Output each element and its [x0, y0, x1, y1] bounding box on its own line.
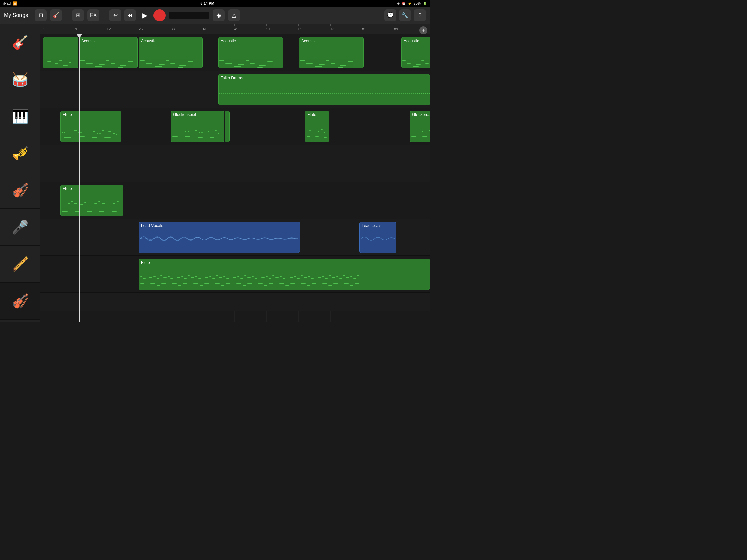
midi-pattern	[218, 82, 430, 105]
track-instrument-strings[interactable]: 🎻	[0, 172, 40, 209]
svg-rect-27	[118, 67, 123, 68]
chat-button[interactable]: 💬	[384, 9, 396, 22]
strings-flute-block[interactable]: Flute	[60, 185, 123, 216]
loop-button[interactable]: △	[228, 9, 240, 22]
svg-rect-353	[318, 277, 321, 278]
glocken-block-2[interactable]: Glocken...	[410, 111, 430, 142]
svg-rect-266	[429, 130, 430, 131]
svg-rect-106	[252, 93, 253, 94]
flute-wide-block[interactable]: Flute	[139, 259, 430, 290]
svg-rect-389	[269, 283, 274, 284]
block-label: Acoustic	[139, 37, 202, 45]
acoustic-block-1[interactable]: Acoustic	[79, 37, 138, 69]
svg-rect-245	[198, 137, 203, 138]
svg-rect-328	[230, 275, 232, 275]
undo-button[interactable]: ↩	[109, 9, 121, 22]
svg-rect-346	[294, 276, 296, 277]
svg-rect-35	[170, 63, 175, 64]
guitar-button[interactable]: 🎸	[50, 9, 62, 22]
svg-rect-307	[156, 278, 159, 279]
svg-rect-10	[57, 68, 63, 69]
svg-rect-330	[237, 276, 239, 277]
svg-rect-343	[283, 278, 285, 279]
midi-pattern	[61, 192, 123, 216]
track-instrument-keyboard[interactable]: 🎹	[0, 98, 40, 135]
track-row-strings2	[40, 293, 430, 311]
svg-rect-255	[324, 132, 326, 133]
add-track-button[interactable]: +	[419, 26, 427, 34]
rewind-button[interactable]: ⏮	[124, 9, 136, 22]
svg-rect-95	[229, 93, 230, 94]
track-instrument-brass[interactable]: 🎺	[0, 135, 40, 172]
track-instrument-strings2[interactable]: 🎻	[0, 283, 40, 320]
acoustic-guitar-icon: 🎸	[8, 31, 32, 54]
flute-block-1[interactable]: Flute	[60, 111, 121, 142]
acoustic-block-0[interactable]: ...	[43, 37, 78, 69]
svg-rect-228	[178, 128, 181, 128]
track-instrument-acoustic[interactable]: 🎸	[0, 24, 40, 61]
svg-rect-401	[333, 283, 338, 284]
svg-rect-31	[146, 63, 153, 64]
ruler-mark-81: 81	[362, 27, 366, 31]
svg-rect-347	[297, 278, 300, 279]
fx-button[interactable]: FX	[87, 9, 99, 22]
tempo-display[interactable]	[169, 12, 209, 19]
svg-rect-39	[140, 68, 147, 69]
ruler-mark-57: 57	[266, 27, 271, 31]
mixer-button[interactable]: ⊞	[72, 9, 84, 22]
flute-block-2[interactable]: Flute	[305, 111, 329, 142]
svg-rect-13	[80, 60, 85, 61]
glockenspiel-block-1[interactable]: Glockenspiel	[171, 111, 224, 142]
svg-rect-263	[418, 130, 420, 130]
midi-pattern	[171, 118, 224, 142]
track-instrument-vocal[interactable]: 🎤	[0, 209, 40, 246]
svg-rect-242	[179, 138, 183, 138]
svg-rect-52	[250, 63, 255, 64]
svg-rect-237	[208, 131, 209, 132]
svg-rect-16	[99, 64, 105, 65]
svg-rect-313	[177, 277, 180, 278]
track-instrument-taiko[interactable]: 🥁	[0, 61, 40, 98]
flute-icon: 🪈	[8, 252, 32, 276]
track-instrument-flute[interactable]: 🪈	[0, 246, 40, 283]
svg-rect-355	[325, 278, 328, 279]
help-button[interactable]: ?	[414, 9, 426, 22]
taiko-drums-icon: 🥁	[8, 68, 32, 91]
acoustic-block-5[interactable]: Acoustic	[402, 37, 430, 69]
svg-rect-400	[329, 285, 332, 286]
lead-vocals-block-2[interactable]: Lead...cals	[359, 221, 396, 253]
svg-rect-404	[350, 285, 353, 286]
acoustic-block-3[interactable]: Acoustic	[218, 37, 283, 69]
svg-rect-156	[352, 93, 353, 94]
svg-rect-96	[231, 93, 232, 94]
svg-rect-231	[188, 131, 189, 132]
svg-rect-134	[308, 93, 309, 94]
taiko-block-0[interactable]: Taiko Drums	[218, 74, 430, 105]
acoustic-block-4[interactable]: Acoustic	[299, 37, 364, 69]
svg-rect-278	[68, 204, 70, 204]
settings-button[interactable]: 🔧	[399, 9, 411, 22]
svg-rect-20	[120, 65, 126, 66]
small-block-1[interactable]	[225, 111, 230, 142]
svg-rect-58	[234, 66, 241, 67]
record-button[interactable]	[154, 9, 165, 22]
svg-rect-358	[336, 276, 338, 277]
svg-rect-402	[339, 285, 342, 285]
play-button[interactable]: ▶	[139, 9, 151, 22]
svg-rect-120	[280, 93, 281, 94]
lead-vocals-block[interactable]: Lead Vocals	[139, 221, 300, 253]
midi-pattern	[61, 118, 121, 142]
svg-rect-85	[403, 68, 407, 69]
acoustic-block-2[interactable]: Acoustic	[139, 37, 203, 69]
svg-rect-348	[301, 275, 303, 276]
svg-rect-225	[112, 139, 116, 139]
metronome-button[interactable]: ◉	[213, 9, 225, 22]
svg-rect-394	[296, 285, 300, 285]
svg-rect-110	[260, 93, 261, 94]
svg-rect-213	[102, 130, 104, 131]
svg-rect-256	[307, 136, 310, 137]
select-button[interactable]: ⊡	[34, 9, 47, 22]
svg-rect-244	[192, 139, 196, 139]
svg-rect-234	[199, 132, 200, 133]
svg-rect-246	[205, 139, 208, 139]
